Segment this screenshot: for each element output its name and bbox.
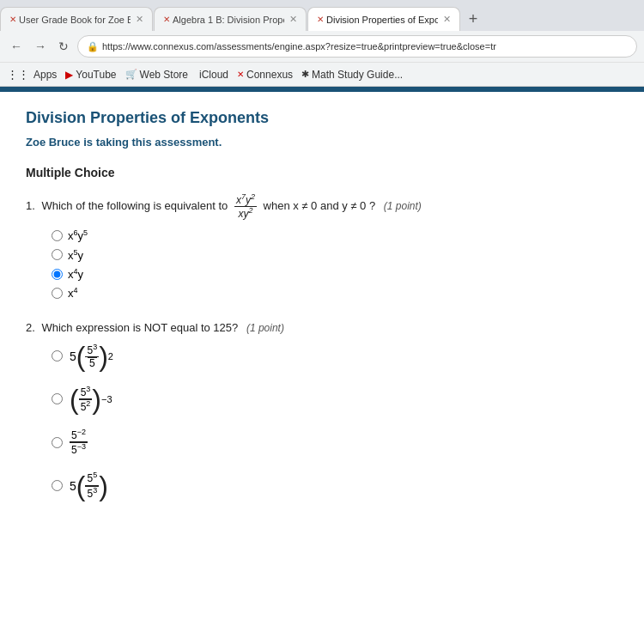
tab-3-x-icon: ✕ — [317, 15, 324, 24]
q2-a-exp: 2 — [108, 351, 113, 361]
q1-text: Which of the following is equivalent to — [41, 199, 228, 212]
q2-choice-b: ( 53 52 ) −3 — [52, 386, 618, 413]
bookmark-mathguide[interactable]: ✱ Math Study Guide... — [301, 69, 403, 81]
bookmarks-bar: ⋮⋮ Apps ▶ YouTube 🛒 Web Store iCloud ✕ C… — [0, 62, 644, 86]
q1-radio-1[interactable] — [52, 230, 63, 241]
q2-d-inner-denom: 53 — [85, 486, 99, 500]
q1-frac-denom: xy2 — [236, 207, 254, 220]
q2-d-coeff: 5 — [70, 479, 76, 493]
bookmark-connexus[interactable]: ✕ Connexus — [237, 69, 293, 81]
q1-choice-4-label: x4 — [68, 286, 78, 300]
tab-1-close[interactable]: ✕ — [136, 14, 143, 25]
bookmark-youtube[interactable]: ▶ YouTube — [65, 69, 116, 81]
q2-point: (1 point) — [246, 322, 284, 334]
forward-button[interactable]: → — [31, 38, 50, 55]
connexus-label: Connexus — [246, 69, 293, 81]
q2-choice-a-expr: 5 ( 53 5 ) 2 — [70, 343, 113, 370]
q1-radio-3[interactable] — [52, 269, 63, 280]
q1-point: (1 point) — [384, 200, 422, 212]
q2-text: Which expression is NOT equal to 125? — [41, 321, 238, 334]
apps-icon: ⋮⋮ — [7, 68, 29, 81]
question-1-header: 1. Which of the following is equivalent … — [26, 193, 618, 220]
reload-button[interactable]: ↻ — [55, 38, 72, 55]
q2-b-rparen: ) — [92, 386, 101, 413]
question-1: 1. Which of the following is equivalent … — [26, 193, 618, 301]
icloud-label: iCloud — [199, 69, 228, 81]
mathguide-label: Math Study Guide... — [312, 69, 403, 81]
q2-c-denom: 5−3 — [70, 442, 88, 456]
q2-a-lparen: ( — [76, 343, 86, 370]
q2-a-inner-numer: 53 — [85, 343, 99, 357]
q2-c-frac: 5−2 5−3 — [70, 428, 88, 456]
webstore-icon: 🛒 — [125, 69, 137, 80]
tab-3[interactable]: ✕ Division Properties of Exponer ✕ — [307, 7, 460, 31]
q2-choice-d: 5 ( 55 53 ) — [52, 471, 618, 499]
tab-2[interactable]: ✕ Algebra 1 B: Division Propertie ✕ — [154, 7, 307, 31]
browser-chrome: ✕ User Grade Book for Zoe Bruc ✕ ✕ Algeb… — [0, 0, 644, 87]
page-title: Division Properties of Exponents — [26, 109, 618, 127]
tab-2-x-icon: ✕ — [163, 15, 170, 24]
bookmark-webstore[interactable]: 🛒 Web Store — [125, 69, 188, 81]
q2-radio-c[interactable] — [52, 437, 63, 448]
q1-condition: when x ≠ 0 and y ≠ 0 ? — [264, 199, 376, 212]
youtube-label: YouTube — [76, 69, 116, 81]
q2-choice-b-expr: ( 53 52 ) −3 — [70, 386, 112, 413]
q1-num: 1. — [26, 199, 35, 212]
connexus-icon: ✕ — [237, 70, 244, 79]
q1-choice-1-label: x6y5 — [68, 228, 88, 242]
q2-radio-d[interactable] — [52, 480, 63, 491]
tab-2-label: Algebra 1 B: Division Propertie — [173, 15, 284, 25]
q2-b-inner-numer: 53 — [79, 386, 93, 399]
q1-choice-2-label: x5y — [68, 248, 83, 262]
q1-choice-2: x5y — [52, 248, 618, 262]
q2-d-rparen: ) — [99, 472, 108, 500]
q2-d-inner-frac: 55 53 — [85, 471, 99, 499]
apps-label: Apps — [33, 69, 57, 81]
q2-radio-a[interactable] — [52, 350, 63, 361]
webstore-label: Web Store — [140, 69, 188, 81]
question-2-header: 2. Which expression is NOT equal to 125?… — [26, 321, 618, 334]
q1-choice-3: x4y — [52, 267, 618, 281]
q2-a-inner-frac: 53 5 — [85, 343, 99, 369]
tab-1[interactable]: ✕ User Grade Book for Zoe Bruc ✕ — [0, 7, 153, 31]
page-content: Division Properties of Exponents Zoe Bru… — [0, 92, 644, 644]
section-label: Multiple Choice — [26, 166, 618, 179]
url-bar[interactable]: 🔒 https://www.connexus.com/assessments/e… — [77, 35, 637, 58]
q2-b-lparen: ( — [70, 386, 79, 413]
q1-radio-4[interactable] — [52, 288, 63, 299]
q2-choice-c-expr: 5−2 5−3 — [70, 428, 88, 456]
q2-radio-b[interactable] — [52, 393, 63, 404]
q2-b-inner-denom: 52 — [79, 399, 93, 413]
q1-choices: x6y5 x5y x4y x4 — [26, 228, 618, 300]
new-tab-button[interactable]: + — [461, 7, 485, 31]
mathguide-icon: ✱ — [301, 69, 309, 80]
tab-2-close[interactable]: ✕ — [289, 14, 297, 25]
bookmark-icloud[interactable]: iCloud — [197, 69, 228, 81]
q1-frac-numer: x7y2 — [234, 193, 257, 207]
tab-1-label: User Grade Book for Zoe Bruc — [19, 15, 131, 25]
q2-choice-d-expr: 5 ( 55 53 ) — [70, 471, 108, 499]
q2-a-rparen: ) — [99, 343, 108, 370]
question-2: 2. Which expression is NOT equal to 125?… — [26, 321, 618, 500]
q2-b-inner-frac: 53 52 — [79, 386, 93, 413]
q1-frac-expr: x7y2 xy2 — [234, 193, 257, 220]
address-bar: ← → ↻ 🔒 https://www.connexus.com/assessm… — [0, 31, 644, 62]
bookmark-apps[interactable]: ⋮⋮ Apps — [7, 68, 57, 81]
q2-d-inner-numer: 55 — [85, 471, 99, 485]
q2-choice-c: 5−2 5−3 — [52, 428, 618, 456]
q1-radio-2[interactable] — [52, 249, 63, 260]
q2-b-exp: −3 — [101, 394, 112, 404]
q1-fraction: x7y2 xy2 — [234, 193, 257, 220]
q2-c-numer: 5−2 — [70, 428, 88, 442]
youtube-icon: ▶ — [65, 69, 73, 81]
student-name: Zoe Bruce is taking this assessment. — [26, 136, 618, 149]
back-button[interactable]: ← — [7, 38, 26, 55]
q2-choice-a: 5 ( 53 5 ) 2 — [52, 343, 618, 370]
q2-num: 2. — [26, 321, 35, 334]
q2-a-inner-denom: 5 — [88, 357, 97, 369]
q1-choice-1: x6y5 — [52, 228, 618, 242]
url-text: https://www.connexus.com/assessments/eng… — [102, 41, 496, 52]
tab-3-close[interactable]: ✕ — [443, 14, 451, 25]
q2-choices: 5 ( 53 5 ) 2 ( 53 52 — [26, 343, 618, 500]
q1-choice-4: x4 — [52, 286, 618, 300]
